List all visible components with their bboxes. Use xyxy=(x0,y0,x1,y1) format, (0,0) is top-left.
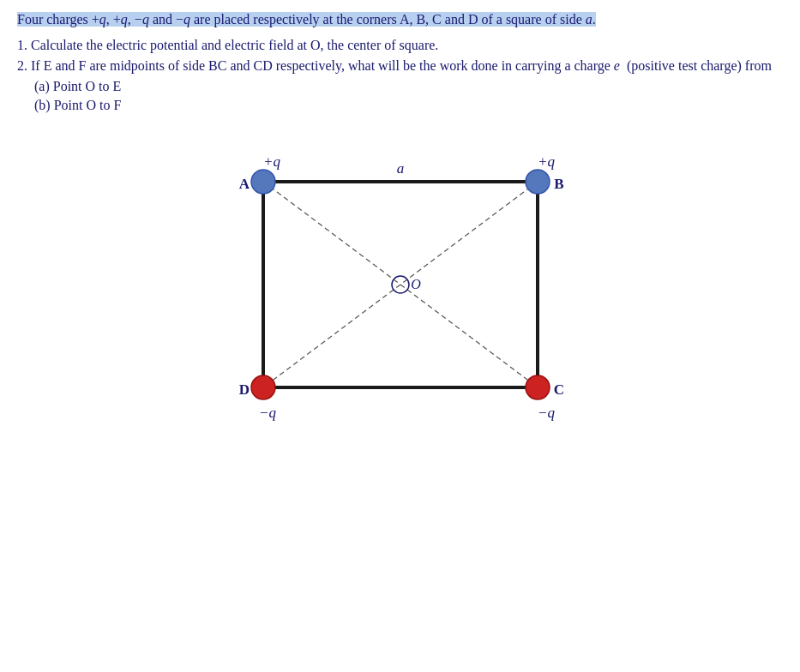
corner-A: A xyxy=(238,176,250,192)
charge-A-label: +q xyxy=(263,153,280,170)
question-1: 1. Calculate the electric potential and … xyxy=(17,38,783,53)
charge-B-label: +q xyxy=(538,153,555,170)
charge-C-label: −q xyxy=(538,405,555,421)
problem-statement: Four charges +q, +q, −q and −q are place… xyxy=(17,9,783,31)
svg-point-4 xyxy=(251,170,275,194)
svg-point-6 xyxy=(526,375,550,399)
problem-container: Four charges +q, +q, −q and −q are place… xyxy=(17,9,783,439)
corner-B: B xyxy=(554,176,563,192)
corner-D: D xyxy=(238,381,249,398)
charge-D-label: −q xyxy=(259,405,276,421)
corner-C: C xyxy=(553,381,563,398)
side-label-a: a xyxy=(396,160,404,177)
sub-question-a: (a) Point O to E xyxy=(34,79,783,94)
question-2-intro: 2. If E and F are midpoints of side BC a… xyxy=(17,58,783,74)
svg-point-7 xyxy=(251,375,275,399)
center-O-label: O xyxy=(411,277,421,291)
sub-question-b: (b) Point O to F xyxy=(34,98,783,113)
svg-point-5 xyxy=(526,170,550,194)
physics-diagram: +q +q −q −q A B C D O a xyxy=(203,139,598,439)
highlighted-text: Four charges +q, +q, −q and −q are place… xyxy=(17,12,596,27)
diagram-container: +q +q −q −q A B C D O a xyxy=(17,139,783,439)
